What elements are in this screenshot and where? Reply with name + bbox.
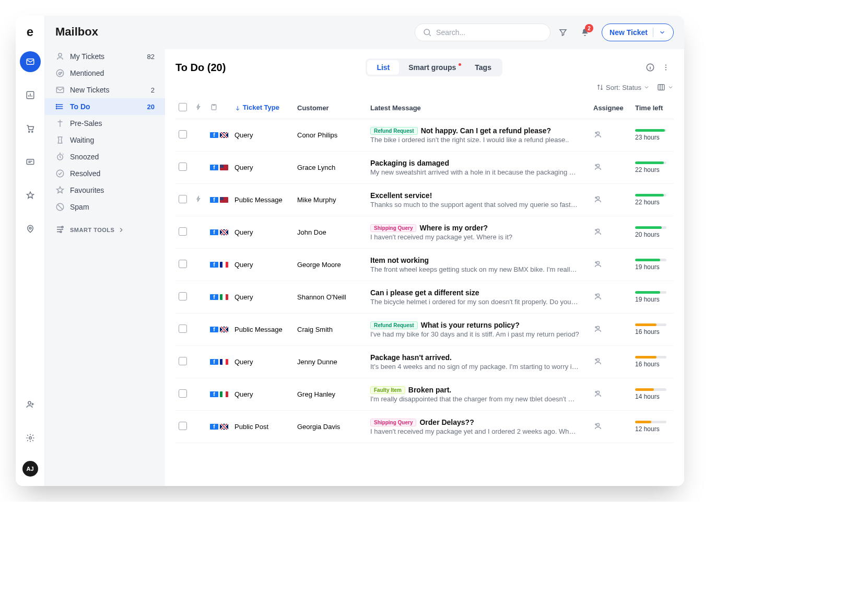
time-progress	[635, 356, 666, 358]
ticket-row[interactable]: fPublic PostGeorgia DavisShipping Query …	[175, 411, 674, 443]
tag-pill: Shipping Query	[370, 224, 416, 232]
layout-dropdown[interactable]	[657, 83, 674, 92]
assign-button[interactable]	[593, 230, 603, 238]
row-checkbox[interactable]	[179, 389, 187, 398]
assign-button[interactable]	[593, 262, 603, 270]
chevron-down-icon	[667, 83, 674, 92]
more-button[interactable]	[658, 60, 674, 75]
col-customer[interactable]: Customer	[294, 97, 367, 119]
tab-list[interactable]: List	[367, 60, 399, 75]
svg-point-33	[596, 358, 599, 361]
ticket-type: Query	[231, 346, 294, 378]
sidebar-item-waiting[interactable]: Waiting	[45, 132, 165, 148]
row-checkbox[interactable]	[179, 422, 187, 430]
ticket-row[interactable]: fQueryJohn DoeShipping Query Where is my…	[175, 216, 674, 249]
sidebar-item-spam[interactable]: Spam	[45, 199, 165, 215]
row-checkbox[interactable]	[179, 195, 187, 203]
select-all-checkbox[interactable]	[179, 103, 187, 111]
assign-button[interactable]	[593, 295, 603, 303]
ticket-subject: Faulty Item Broken part.	[370, 386, 587, 394]
nav-icon	[55, 68, 65, 78]
urgent-icon	[194, 102, 202, 112]
row-checkbox[interactable]	[179, 357, 187, 365]
col-assignee[interactable]: Assignee	[590, 97, 632, 119]
sidebar-item-mentioned[interactable]: Mentioned	[45, 65, 165, 82]
new-ticket-button[interactable]: New Ticket	[602, 24, 674, 41]
row-checkbox[interactable]	[179, 130, 187, 138]
rail-chat[interactable]	[20, 152, 41, 172]
nav-icon	[55, 202, 65, 212]
assign-button[interactable]	[593, 133, 603, 141]
row-checkbox[interactable]	[179, 325, 187, 333]
col-time-left[interactable]: Time left	[632, 97, 674, 119]
row-checkbox[interactable]	[179, 227, 187, 236]
topbar: Search... 2 New Ticket	[165, 16, 684, 49]
ticket-row[interactable]: fQueryConor PhilipsRefund Request Not ha…	[175, 119, 674, 152]
sidebar-item-resolved[interactable]: Resolved	[45, 165, 165, 182]
user-avatar[interactable]: AJ	[22, 461, 38, 477]
chart-icon	[26, 90, 35, 100]
assign-button[interactable]	[593, 392, 603, 400]
svg-rect-24	[658, 85, 664, 90]
rail-cart[interactable]	[20, 118, 41, 139]
row-checkbox[interactable]	[179, 260, 187, 268]
rail-add-user[interactable]	[20, 394, 41, 415]
sidebar-item-pre-sales[interactable]: Pre-Sales	[45, 115, 165, 132]
ticket-row[interactable]: fQueryGeorge Moore Item not workingThe f…	[175, 249, 674, 281]
mail-icon	[26, 57, 35, 66]
sort-dropdown[interactable]: Sort: Status	[596, 83, 650, 92]
svg-point-7	[29, 437, 31, 439]
ticket-preview: It's been 4 weeks and no sign of my pack…	[370, 363, 579, 371]
ticket-preview: I haven't received my package yet and I …	[370, 427, 579, 435]
sidebar-item-to-do[interactable]: To Do20	[45, 98, 165, 115]
nav-icon	[55, 135, 65, 145]
sidebar-item-snoozed[interactable]: Snoozed	[45, 148, 165, 165]
assign-button[interactable]	[593, 198, 603, 205]
nav-rail: e AJ	[16, 16, 45, 486]
facebook-icon: f	[210, 294, 218, 300]
assign-button[interactable]	[593, 327, 603, 335]
ticket-row[interactable]: fPublic MessageCraig SmithRefund Request…	[175, 314, 674, 346]
notification-badge: 2	[585, 24, 593, 32]
time-progress	[635, 226, 666, 229]
add-user-icon	[26, 400, 35, 409]
search-input[interactable]: Search...	[415, 24, 550, 41]
sidebar-item-favourites[interactable]: Favourites	[45, 182, 165, 199]
rail-location[interactable]	[20, 218, 41, 239]
tab-smart-groups[interactable]: Smart groups	[399, 60, 465, 75]
sidebar-item-new-tickets[interactable]: New Tickets2	[45, 82, 165, 98]
tag-pill: Faulty Item	[370, 386, 405, 394]
assign-button[interactable]	[593, 424, 603, 432]
filter-button[interactable]	[554, 23, 572, 42]
ticket-subject: Shipping Query Order Delays??	[370, 418, 587, 426]
svg-point-30	[596, 261, 599, 264]
flag-uk-icon	[220, 132, 228, 138]
sidebar-item-my-tickets[interactable]: My Tickets82	[45, 48, 165, 65]
rail-analytics[interactable]	[20, 85, 41, 106]
col-latest-message[interactable]: Latest Message	[367, 97, 590, 119]
svg-point-23	[665, 69, 666, 70]
notifications-button[interactable]: 2	[576, 23, 594, 42]
ticket-row[interactable]: fQueryShannon O'Neill Can i please get a…	[175, 281, 674, 314]
ticket-subject: Refund Request What is your returns poli…	[370, 321, 587, 329]
tab-tags[interactable]: Tags	[465, 60, 501, 75]
rail-mailbox[interactable]	[20, 51, 41, 72]
ticket-row[interactable]: fPublic MessageMike Murphy Excellent ser…	[175, 184, 674, 216]
svg-point-13	[56, 108, 57, 109]
app-window: e AJ Mailbox My Tickets82MentionedNew Ti…	[16, 16, 684, 486]
info-button[interactable]	[642, 60, 658, 75]
rail-settings[interactable]	[20, 427, 41, 448]
assign-button[interactable]	[593, 360, 603, 367]
tag-pill: Shipping Query	[370, 419, 416, 426]
row-checkbox[interactable]	[179, 163, 187, 171]
cart-icon	[26, 124, 35, 133]
ticket-row[interactable]: fQueryGreg HanleyFaulty Item Broken part…	[175, 378, 674, 411]
nav-icon	[55, 169, 65, 178]
ticket-row[interactable]: fQueryJenny Dunne Package hasn't arrived…	[175, 346, 674, 378]
assign-button[interactable]	[593, 165, 603, 173]
row-checkbox[interactable]	[179, 292, 187, 300]
ticket-row[interactable]: fQueryGrace Lynch Packaging is damagedMy…	[175, 152, 674, 184]
col-ticket-type[interactable]: Ticket Type	[231, 97, 294, 119]
rail-favourites[interactable]	[20, 185, 41, 206]
smart-tools-toggle[interactable]: SMART TOOLS	[45, 215, 165, 235]
